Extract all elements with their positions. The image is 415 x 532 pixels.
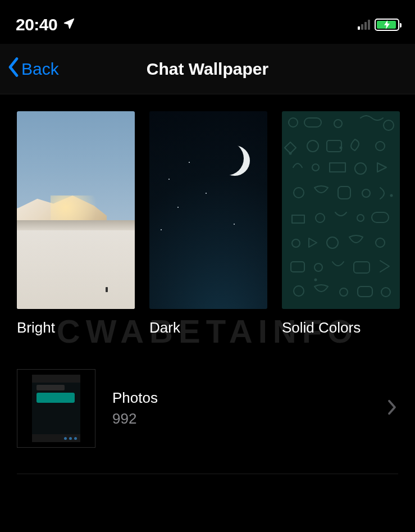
svg-point-9 [376, 142, 385, 151]
chevron-right-icon [387, 399, 397, 418]
svg-point-18 [292, 239, 300, 247]
svg-point-7 [307, 140, 318, 152]
wallpaper-category-dark[interactable]: Dark [149, 111, 267, 337]
photos-title: Photos [112, 389, 158, 407]
svg-rect-21 [291, 262, 304, 272]
svg-point-3 [289, 118, 298, 127]
svg-rect-17 [372, 212, 389, 222]
back-button[interactable]: Back [7, 57, 59, 81]
status-time: 20:40 [16, 15, 57, 34]
moon-icon [218, 144, 252, 178]
svg-point-14 [362, 189, 370, 197]
svg-point-6 [384, 120, 394, 130]
dark-label: Dark [149, 319, 267, 337]
svg-point-22 [314, 263, 322, 271]
svg-point-16 [357, 215, 364, 221]
wallpaper-categories: Bright [17, 111, 398, 337]
svg-rect-13 [338, 187, 350, 199]
svg-rect-4 [304, 118, 321, 127]
svg-point-15 [316, 213, 325, 222]
svg-point-24 [294, 286, 304, 296]
chat-preview-icon [32, 375, 80, 442]
status-left: 20:40 [16, 15, 75, 34]
svg-point-2 [220, 145, 250, 176]
bright-label: Bright [17, 319, 135, 337]
svg-point-30 [340, 147, 342, 149]
location-arrow-icon [63, 17, 75, 32]
photos-count: 992 [112, 410, 158, 428]
solid-label: Solid Colors [282, 319, 400, 337]
svg-point-19 [327, 237, 338, 248]
svg-point-11 [355, 163, 366, 174]
svg-point-31 [315, 279, 317, 281]
battery-charging-icon [375, 19, 399, 31]
back-label: Back [21, 60, 59, 79]
svg-point-5 [334, 120, 342, 128]
whatsapp-doodle-icon [282, 111, 400, 309]
svg-point-12 [294, 188, 304, 198]
svg-point-10 [312, 164, 319, 171]
svg-rect-26 [358, 287, 372, 297]
svg-point-29 [391, 195, 393, 197]
bright-thumbnail [17, 111, 135, 309]
status-bar: 20:40 [0, 0, 415, 44]
wallpaper-category-bright[interactable]: Bright [17, 111, 135, 337]
chevron-left-icon [7, 57, 20, 81]
svg-rect-8 [327, 140, 341, 152]
svg-point-27 [381, 288, 390, 297]
navigation-bar: Back Chat Wallpaper [0, 44, 415, 94]
svg-rect-23 [354, 262, 370, 273]
wallpaper-category-solid[interactable]: Solid Colors [282, 111, 400, 337]
photos-text: Photos 992 [112, 389, 158, 428]
cellular-signal-icon [358, 20, 370, 30]
page-title: Chat Wallpaper [147, 60, 268, 79]
status-right [358, 19, 399, 31]
dark-thumbnail [149, 111, 267, 309]
photos-thumbnail [17, 369, 95, 448]
svg-point-28 [290, 153, 291, 154]
photos-row[interactable]: Photos 992 [17, 369, 398, 474]
svg-point-25 [340, 288, 348, 296]
content-area: CWABETAINFO Bright [0, 94, 415, 474]
svg-point-20 [376, 238, 385, 247]
solid-thumbnail [282, 111, 400, 309]
